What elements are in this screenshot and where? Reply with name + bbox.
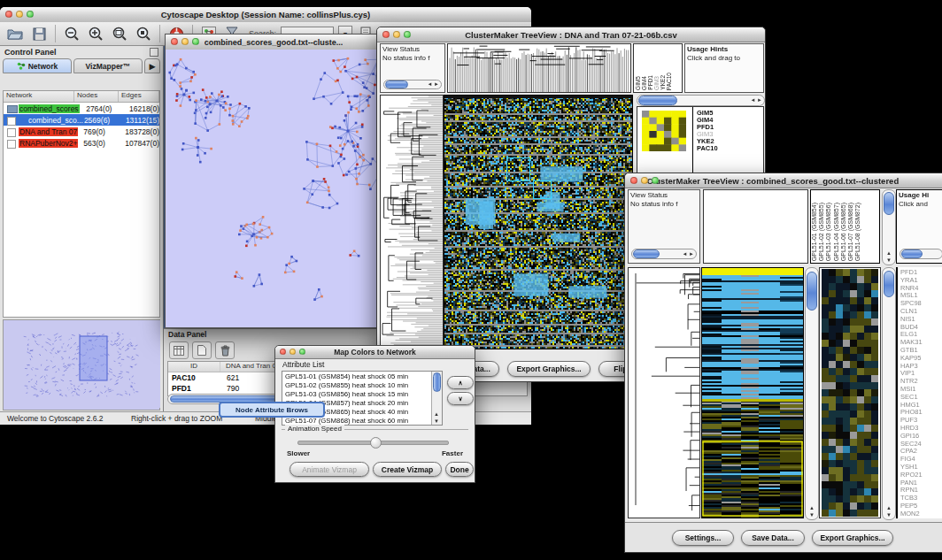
column-dendrogram-canvas[interactable] [448, 44, 630, 92]
view-status-scrollbar[interactable]: ◄ ► [383, 80, 442, 89]
row-dendrogram-box[interactable] [380, 95, 444, 349]
network-row-icon [6, 116, 17, 124]
heatmap-hscrollbar[interactable]: ◄ ► [637, 95, 765, 106]
network-table-row[interactable]: RNAPuberNov2+ 563(0) 107847(0) [4, 137, 159, 149]
tab-network[interactable]: Network [3, 58, 72, 73]
minimize-button[interactable] [290, 349, 296, 355]
scroll-arrows-icon[interactable]: ◄ ► [682, 251, 694, 257]
done-button[interactable]: Done [445, 462, 474, 477]
scroll-down-icon[interactable]: ▼ [434, 418, 439, 424]
attribute-list-scrollbar[interactable]: ▲ ▼ [431, 372, 442, 425]
save-session-icon[interactable] [29, 24, 49, 43]
close-button[interactable] [382, 31, 390, 38]
row-label: PAC10 [697, 145, 718, 152]
node-attribute-browser-tab[interactable]: Node Attribute Brows [219, 402, 325, 418]
usage-hints-title: Usage Hi [897, 190, 942, 199]
save-data-button[interactable]: Save Data... [741, 530, 805, 546]
tab-vizmapper[interactable]: VizMapper™ [73, 58, 143, 73]
zoom-fit-icon[interactable] [110, 24, 129, 43]
more-tabs-button[interactable]: ▶ [144, 58, 160, 73]
animation-speed-slider[interactable] [297, 441, 449, 445]
attribute-list-item[interactable]: GPL51-02 (GSM855) heat shock 10 min [283, 381, 431, 390]
scroll-up-icon[interactable]: ▲ [886, 250, 892, 256]
scroll-down-icon[interactable]: ▼ [886, 512, 892, 518]
view-status-title: View Status [381, 44, 444, 53]
scroll-down-icon[interactable]: ▼ [886, 257, 892, 263]
scroll-down-icon[interactable]: ▼ [809, 512, 815, 518]
dialog-titlebar[interactable]: Map Colors to Network [275, 346, 475, 359]
move-down-button[interactable]: ∨ [447, 392, 474, 405]
animate-vizmap-button[interactable]: Animate Vizmap [290, 462, 369, 477]
network-view-canvas[interactable] [166, 50, 382, 327]
zoom-heatmap-panel[interactable] [819, 267, 881, 518]
gene-list[interactable]: PFD1YRA1RNR4MSL1SPC98CLN1NIS1BUD4ELG1MAK… [896, 267, 942, 518]
birdseye-canvas[interactable] [4, 320, 160, 408]
export-graphics-button[interactable]: Export Graphics... [507, 361, 591, 377]
labels-vscrollbar[interactable]: ▲ ▼ [882, 189, 896, 265]
network-table-row[interactable]: combined_sco... 2569(6) 13112(15) [4, 114, 159, 126]
scroll-up-icon[interactable]: ▲ [886, 505, 892, 510]
slower-label: Slower [287, 449, 310, 457]
float-panel-icon[interactable] [150, 48, 158, 57]
zoom-out-icon[interactable] [62, 24, 81, 43]
network-view-titlebar[interactable]: combined_scores_good.txt--cluste... [166, 35, 382, 50]
minimize-button[interactable] [393, 31, 400, 38]
zoom-heatmap-canvas[interactable] [822, 269, 878, 517]
column-label: GPL51-03 (GSM856) [825, 203, 832, 261]
expression-heatmap-canvas[interactable] [702, 268, 803, 518]
gene-list-item[interactable]: MON2 [900, 510, 942, 518]
heatmap-canvas[interactable] [444, 96, 632, 349]
row-dendrogram-canvas[interactable] [381, 96, 443, 349]
view-status-scrollbar[interactable]: ◄ ► [631, 249, 697, 259]
view-status-panel: View Status No status info f ◄ ► [628, 189, 700, 264]
top-dendrogram-box[interactable] [703, 189, 808, 264]
zoom-button[interactable] [404, 31, 411, 38]
scroll-up-icon[interactable]: ▲ [809, 505, 815, 510]
delete-attribute-icon[interactable] [215, 341, 235, 359]
birdseye-overview[interactable] [3, 319, 160, 410]
create-vizmap-button[interactable]: Create Vizmap [373, 462, 442, 477]
yellow-matrix-canvas[interactable] [642, 111, 686, 151]
treeview2-titlebar[interactable]: ClusterMaker TreeView : combined_scores_… [625, 173, 942, 188]
heatmap-box[interactable] [444, 95, 633, 349]
zoom-in-icon[interactable] [86, 24, 105, 43]
scroll-arrows-icon[interactable]: ◄ ► [427, 81, 439, 87]
slider-thumb[interactable] [370, 437, 382, 449]
zoom-button[interactable] [192, 38, 199, 45]
minimize-button[interactable] [16, 11, 23, 18]
heatmap-vscrollbar[interactable]: ▲ ▼ [805, 267, 819, 520]
close-button[interactable] [630, 177, 637, 184]
toolbar-separator [55, 25, 56, 42]
genelist-vscrollbar[interactable]: ▲ ▼ [882, 267, 896, 520]
close-button[interactable] [280, 349, 286, 355]
main-titlebar[interactable]: Cytoscape Desktop (Session Name: collins… [0, 7, 531, 23]
minimize-button[interactable] [641, 177, 648, 184]
open-session-icon[interactable] [5, 24, 25, 43]
scroll-arrows-icon[interactable]: ◄ ► [750, 97, 762, 103]
attribute-list-item[interactable]: GPL51-01 (GSM854) heat shock 05 min [283, 372, 431, 381]
attribute-list-item[interactable]: GPL51-03 (GSM856) heat shock 15 min [283, 390, 431, 399]
treeview-combined-window: ClusterMaker TreeView : combined_scores_… [624, 173, 942, 553]
gene-dendrogram-box[interactable] [628, 267, 700, 518]
close-button[interactable] [171, 38, 178, 45]
expression-heatmap-box[interactable] [701, 267, 804, 518]
column-dendrogram-box[interactable] [447, 43, 631, 93]
network-table-row[interactable]: combined_scores 2764(0) 16218(0) [4, 103, 159, 114]
move-up-button[interactable]: ∧ [447, 376, 474, 389]
usage-hints-scrollbar[interactable] [900, 249, 942, 259]
close-button[interactable] [5, 11, 12, 18]
export-graphics-button[interactable]: Export Graphics... [812, 530, 893, 546]
minimize-button[interactable] [181, 38, 189, 45]
zoom-button[interactable] [299, 349, 305, 355]
zoom-button[interactable] [652, 177, 659, 184]
zoom-selected-icon[interactable] [134, 24, 153, 43]
select-attributes-icon[interactable] [169, 341, 189, 359]
treeview1-titlebar[interactable]: ClusterMaker TreeView : DNA and Tran 07-… [377, 27, 765, 42]
network-table-row[interactable]: DNA and Tran 07 769(0) 183728(0) [4, 126, 159, 137]
settings-button[interactable]: Settings... [672, 530, 734, 546]
scroll-up-icon[interactable]: ▲ [434, 411, 439, 417]
gene-dendrogram-canvas[interactable] [629, 268, 699, 518]
zoom-button[interactable] [27, 11, 34, 18]
column-label: GPL51-04 (GSM857) [833, 203, 840, 261]
new-attribute-icon[interactable] [192, 341, 212, 359]
